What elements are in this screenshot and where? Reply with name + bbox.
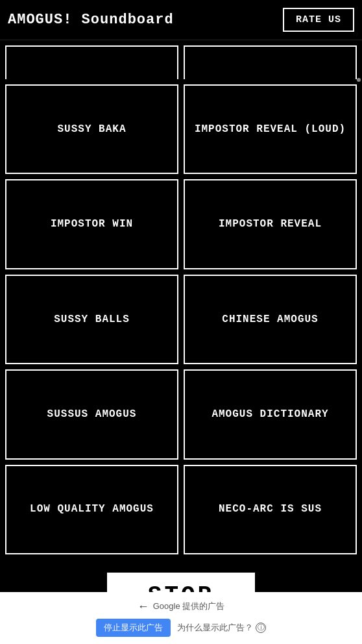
sound-button-sussy-baka[interactable]: SUSSY BAKA xyxy=(5,84,178,174)
ad-info-icon: ⓘ xyxy=(256,623,266,633)
sound-button-impostor-reveal-loud[interactable]: IMPOSTOR REVEAL (LOUD) xyxy=(184,84,357,174)
sound-button-amogus-dictionary[interactable]: AMOGUS DICTIONARY xyxy=(184,369,357,459)
ad-why-button[interactable]: 为什么显示此广告？ ⓘ xyxy=(177,622,266,634)
top-partial-row xyxy=(0,40,362,79)
ad-banner: ← Google 提供的广告 停止显示此广告 为什么显示此广告？ ⓘ xyxy=(0,592,362,644)
app-title: AMOGUS! Soundboard xyxy=(8,12,174,28)
ad-stop-showing-button[interactable]: 停止显示此广告 xyxy=(96,619,171,637)
ad-banner-bottom: 停止显示此广告 为什么显示此广告？ ⓘ xyxy=(96,619,266,637)
sound-button-low-quality-amogus[interactable]: LOW QUALITY AMOGUS xyxy=(5,465,178,554)
ad-back-button[interactable]: ← xyxy=(138,600,149,613)
sound-button-impostor-reveal[interactable]: IMPOSTOR REVEAL xyxy=(184,179,357,269)
sound-button-impostor-win[interactable]: IMPOSTOR WIN xyxy=(5,179,178,269)
rate-us-button[interactable]: RATE US xyxy=(283,8,354,32)
sound-button-sussy-balls[interactable]: SUSSY BALLS xyxy=(5,275,178,364)
sound-button-partial-left[interactable] xyxy=(5,45,178,79)
sound-grid: SUSSY BAKA IMPOSTOR REVEAL (LOUD) IMPOST… xyxy=(0,79,362,560)
header: AMOGUS! Soundboard RATE US xyxy=(0,0,362,40)
ad-why-label: 为什么显示此广告？ xyxy=(177,622,253,634)
ad-banner-top: ← Google 提供的广告 xyxy=(138,600,225,613)
sound-button-partial-right[interactable] xyxy=(184,45,357,79)
sound-button-neco-arc-sus[interactable]: NECO-ARC IS SUS xyxy=(184,465,357,554)
scrollbar-indicator xyxy=(357,78,361,82)
ad-google-label: Google 提供的广告 xyxy=(153,601,225,612)
sound-button-chinese-amogus[interactable]: CHINESE AMOGUS xyxy=(184,275,357,364)
sound-button-sussus-amogus[interactable]: SUSSUS AMOGUS xyxy=(5,369,178,459)
